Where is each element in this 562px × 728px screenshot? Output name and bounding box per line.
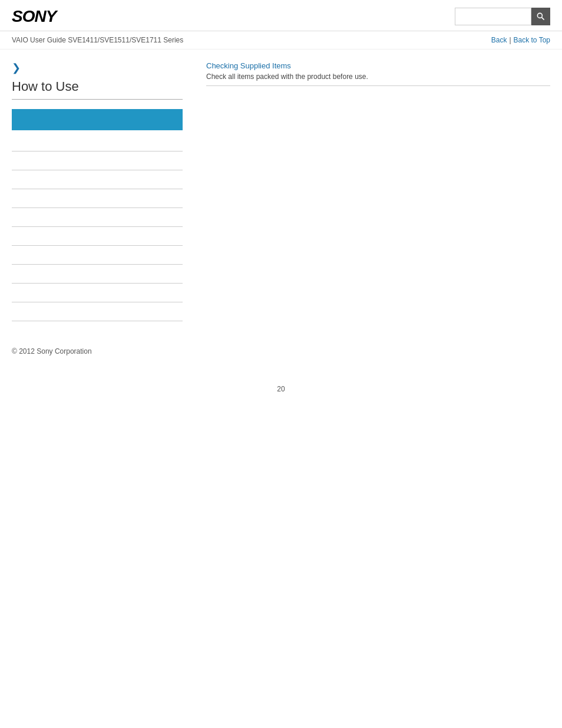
nav-bar: VAIO User Guide SVE1411/SVE1511/SVE1711 … — [0, 31, 562, 50]
back-to-top-link[interactable]: Back to Top — [514, 36, 550, 44]
search-icon — [536, 12, 546, 21]
chevron-icon: ❯ — [12, 61, 183, 74]
content-description: Check all items packed with the product … — [206, 73, 550, 81]
main-content: ❯ How to Use Checking Supplied Items Che… — [0, 50, 562, 335]
back-link[interactable]: Back — [491, 36, 507, 44]
list-item[interactable] — [12, 286, 183, 302]
content-link[interactable]: Checking Supplied Items — [206, 61, 550, 70]
svg-point-0 — [537, 13, 542, 18]
guide-title: VAIO User Guide SVE1411/SVE1511/SVE1711 … — [12, 36, 183, 44]
list-item[interactable] — [12, 135, 183, 151]
search-button[interactable] — [531, 8, 550, 25]
list-item[interactable] — [12, 210, 183, 227]
sony-logo: SONY — [12, 7, 56, 26]
list-item[interactable] — [12, 267, 183, 284]
list-item[interactable] — [12, 229, 183, 246]
list-item[interactable] — [12, 192, 183, 208]
search-container — [455, 8, 550, 25]
page-number: 20 — [0, 379, 562, 399]
sidebar: ❯ How to Use — [12, 61, 194, 324]
list-item[interactable] — [12, 305, 183, 321]
footer-copyright: © 2012 Sony Corporation — [0, 335, 562, 367]
list-item[interactable] — [12, 154, 183, 170]
sidebar-heading: How to Use — [12, 79, 183, 100]
nav-links: Back | Back to Top — [491, 36, 550, 44]
search-input[interactable] — [455, 8, 531, 25]
header: SONY — [0, 0, 562, 31]
content-area: Checking Supplied Items Check all items … — [194, 61, 550, 324]
content-divider — [206, 85, 550, 86]
list-item[interactable] — [12, 248, 183, 265]
nav-separator: | — [509, 36, 511, 44]
svg-line-1 — [542, 18, 544, 20]
sidebar-active-item[interactable] — [12, 109, 183, 130]
list-item[interactable] — [12, 173, 183, 189]
